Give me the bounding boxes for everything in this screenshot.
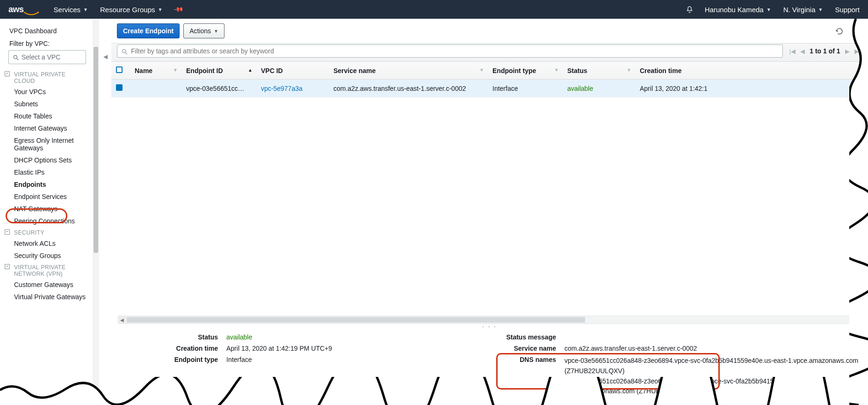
detail-label-creation-time: Creation time [119,345,226,352]
svg-line-1 [17,59,19,60]
col-vpc-id[interactable]: VPC ID [256,62,329,80]
collapse-icon: − [5,229,10,235]
cell-name [130,80,181,97]
sidebar-item-subnets[interactable]: Subnets [0,98,93,110]
dns-entry-2: vpce-03e56651cc026a848-z3eo6894-us-east-… [564,376,861,397]
sidebar-item-elastic-ips[interactable]: Elastic IPs [0,166,93,178]
pager-last[interactable]: ▶| [854,48,861,55]
endpoints-table: Name▼ Endpoint ID▲ VPC ID Service name▼ … [111,62,868,97]
scroll-left-icon[interactable]: ◀ [118,316,126,324]
sidebar-item-egress-only-internet-gateways[interactable]: Egress Only Internet Gateways [0,134,93,154]
sidebar-scrollbar[interactable] [93,19,99,405]
pager-text: 1 to 1 of 1 [810,47,840,55]
nav-services-label: Services [54,6,81,14]
sidebar-group-heading[interactable]: −VIRTUAL PRIVATE NETWORK (VPN) [0,262,93,279]
sidebar: VPC Dashboard Filter by VPC: Select a VP… [0,19,93,405]
top-nav: aws Services ▼ Resource Groups ▼ 📌 Harun… [0,0,868,19]
sidebar-group-heading[interactable]: −VIRTUAL PRIVATE CLOUD [0,69,93,86]
sidebar-item-dhcp-options-sets[interactable]: DHCP Options Sets [0,154,93,166]
nav-resource-groups-label: Resource Groups [100,6,155,14]
sidebar-group-heading[interactable]: −SECURITY [0,227,93,237]
search-icon [121,47,128,55]
sort-icon: ▼ [554,67,559,73]
nav-region[interactable]: N. Virginia ▼ [783,6,823,14]
vpc-filter-select[interactable]: Select a VPC [8,50,86,64]
sidebar-item-virtual-private-gateways[interactable]: Virtual Private Gateways [0,291,93,303]
detail-label-status: Status [119,333,226,341]
nav-resource-groups[interactable]: Resource Groups ▼ [100,6,162,14]
detail-dns-names: vpce-03e56651cc026a848-z3eo6894.vpce-svc… [564,356,861,397]
sidebar-collapse-toggle[interactable]: ◀ [99,19,111,405]
detail-service-name: com.a2z.aws.transfer.us-east-1.server.c-… [564,345,861,352]
col-name[interactable]: Name▼ [130,62,181,80]
panel-resize-grip[interactable]: ▪ ▪ ▪ [111,324,868,329]
checkbox-checked-icon[interactable] [116,84,123,91]
col-service-name[interactable]: Service name▼ [329,62,488,80]
nav-user[interactable]: Harunobu Kameda ▼ [705,6,771,14]
filter-searchbox[interactable] [117,44,783,58]
settings-button[interactable] [852,26,861,36]
pager-next[interactable]: ▶ [845,48,850,55]
sidebar-item-customer-gateways[interactable]: Customer Gateways [0,279,93,291]
vpc-filter-placeholder: Select a VPC [22,53,60,61]
actions-label: Actions [189,27,211,35]
nav-support[interactable]: Support [835,6,860,14]
detail-status: available [226,333,480,341]
caret-down-icon: ▼ [214,29,218,34]
checkbox-icon [116,66,123,73]
sort-icon: ▼ [479,67,484,73]
svg-point-0 [14,55,17,59]
cell-service-name: com.a2z.aws.transfer.us-east-1.server.c-… [329,80,488,97]
detail-label-dns-names: DNS names [499,356,564,363]
detail-label-status-message: Status message [499,333,564,341]
sidebar-dashboard[interactable]: VPC Dashboard [0,24,93,38]
cell-endpoint-type: Interface [488,80,563,97]
caret-down-icon: ▼ [818,7,823,12]
sort-asc-icon: ▲ [248,67,253,73]
col-endpoint-id[interactable]: Endpoint ID▲ [181,62,256,80]
col-status[interactable]: Status▼ [563,62,635,80]
nav-services[interactable]: Services ▼ [54,6,88,14]
pin-icon: 📌 [173,4,184,15]
sidebar-item-nat-gateways[interactable]: NAT Gateways [0,203,93,215]
sidebar-item-route-tables[interactable]: Route Tables [0,110,93,122]
svg-point-2 [855,30,858,33]
cell-creation-time: April 13, 2020 at 1:42:1 [635,80,868,97]
collapse-icon: − [5,264,10,269]
chevron-left-icon: ◀ [103,53,108,60]
create-endpoint-button[interactable]: Create Endpoint [117,23,180,38]
col-creation-time[interactable]: Creation time [635,62,868,80]
refresh-button[interactable] [835,26,844,36]
sidebar-item-endpoints[interactable]: Endpoints [0,178,93,191]
actions-button[interactable]: Actions ▼ [183,23,224,38]
horizontal-scrollbar[interactable]: ◀ ▶ [118,316,862,324]
table-row[interactable]: vpce-03e56651cc… vpc-5e977a3a com.a2z.aw… [111,80,868,97]
caret-down-icon: ▼ [158,7,163,12]
cell-vpc-id-link[interactable]: vpc-5e977a3a [261,85,303,92]
sidebar-item-peering-connections[interactable]: Peering Connections [0,215,93,227]
sidebar-item-endpoint-services[interactable]: Endpoint Services [0,191,93,203]
detail-creation-time: April 13, 2020 at 1:42:19 PM UTC+9 [226,345,480,352]
nav-support-label: Support [835,6,860,14]
svg-point-3 [123,49,126,53]
scroll-right-icon[interactable]: ▶ [854,316,862,324]
bell-icon [686,6,694,14]
sidebar-item-internet-gateways[interactable]: Internet Gateways [0,122,93,134]
nav-pin[interactable]: 📌 [174,6,182,13]
pager-prev[interactable]: ◀ [800,48,805,55]
sidebar-item-your-vpcs[interactable]: Your VPCs [0,86,93,98]
detail-label-service-name: Service name [499,345,564,352]
col-endpoint-type[interactable]: Endpoint type▼ [488,62,563,80]
cell-status: available [567,85,593,92]
col-checkbox[interactable] [111,62,130,80]
sidebar-item-security-groups[interactable]: Security Groups [0,250,93,262]
svg-line-4 [125,52,127,54]
search-icon [13,53,19,61]
filter-input[interactable] [131,47,779,55]
aws-logo[interactable]: aws [8,5,41,15]
sidebar-item-network-acls[interactable]: Network ACLs [0,237,93,250]
notifications-button[interactable] [686,5,694,14]
detail-endpoint-type: Interface [226,356,480,363]
cell-endpoint-id: vpce-03e56651cc… [181,80,256,97]
pager-first[interactable]: |◀ [789,48,796,55]
